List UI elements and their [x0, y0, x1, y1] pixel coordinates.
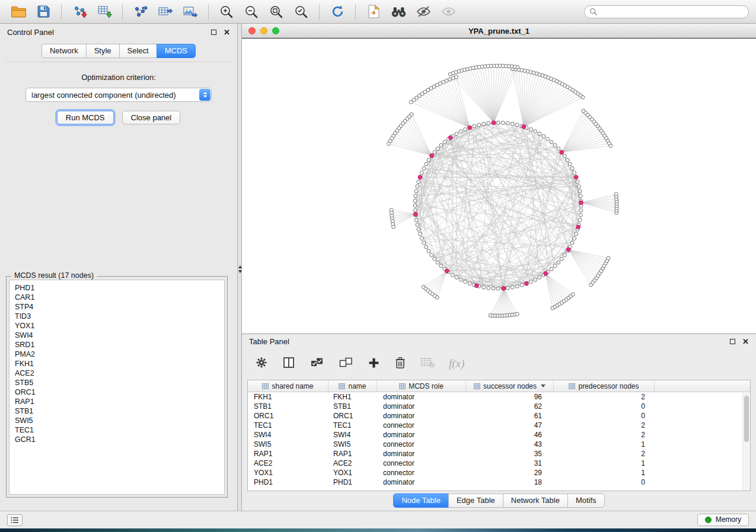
graphics-details-button[interactable]	[412, 2, 435, 21]
table-cell[interactable]: 0	[554, 402, 655, 411]
table-cell[interactable]: 43	[466, 440, 554, 449]
import-table-disabled-button[interactable]	[420, 357, 435, 371]
tab-motifs[interactable]: Motifs	[567, 493, 605, 508]
network-node[interactable]	[515, 123, 519, 127]
table-cell[interactable]: 96	[466, 392, 554, 402]
network-node[interactable]	[422, 166, 426, 170]
tab-node-table[interactable]: Node Table	[393, 493, 449, 508]
network-node[interactable]	[451, 76, 455, 80]
network-node[interactable]	[573, 171, 576, 175]
network-window-titlebar[interactable]: YPA_prune.txt_1	[242, 24, 756, 39]
table-row[interactable]: SWI5SWI5connector431	[248, 440, 750, 449]
network-node[interactable]	[560, 257, 563, 261]
table-cell[interactable]: SWI4	[248, 430, 328, 440]
network-graph[interactable]	[242, 39, 756, 334]
table-cell[interactable]: RAP1	[328, 449, 377, 459]
float-table-panel-button[interactable]	[730, 339, 735, 344]
network-node[interactable]	[451, 273, 454, 277]
share-document-button[interactable]	[362, 2, 385, 21]
table-row[interactable]: ACE2ACE2connector311	[248, 459, 750, 468]
table-cell[interactable]: ORC1	[328, 411, 377, 421]
table-row[interactable]: SWI4SWI4dominator462	[248, 430, 750, 440]
mcds-result-item[interactable]: TID3	[15, 312, 224, 321]
close-window-icon[interactable]	[248, 27, 256, 34]
mcds-result-list[interactable]: PHD1CAR1STP4TID3YOX1SWI4SRD1PMA2FKH1ACE2…	[9, 280, 225, 495]
table-cell[interactable]: SWI5	[248, 440, 328, 449]
network-node[interactable]	[492, 287, 495, 290]
network-node[interactable]	[455, 275, 458, 279]
network-node[interactable]	[607, 257, 610, 260]
table-row[interactable]: TEC1TEC1connector472	[248, 421, 750, 430]
network-node[interactable]	[546, 137, 550, 141]
search-input[interactable]	[600, 8, 744, 16]
zoom-selected-button[interactable]	[290, 2, 312, 21]
mcds-network-node[interactable]	[413, 212, 417, 216]
network-node[interactable]	[487, 286, 490, 290]
network-node[interactable]	[427, 158, 430, 162]
network-node[interactable]	[578, 190, 582, 193]
mcds-network-node[interactable]	[468, 126, 472, 130]
network-node[interactable]	[448, 72, 452, 76]
table-cell[interactable]: YOX1	[248, 468, 328, 477]
network-node[interactable]	[413, 199, 417, 203]
column-header-shared-name[interactable]: shared name	[248, 380, 328, 392]
select-all-button[interactable]	[310, 357, 324, 371]
network-node[interactable]	[582, 109, 585, 113]
save-session-button[interactable]	[32, 2, 55, 21]
table-cell[interactable]: PHD1	[328, 477, 377, 487]
network-node[interactable]	[534, 278, 537, 281]
mcds-network-node[interactable]	[576, 225, 580, 229]
table-cell[interactable]: ACE2	[328, 459, 377, 468]
network-node[interactable]	[566, 158, 569, 162]
mcds-result-item[interactable]: ACE2	[15, 368, 224, 378]
network-node[interactable]	[420, 237, 423, 241]
table-cell[interactable]: connector	[377, 468, 466, 477]
table-cell[interactable]: 35	[466, 449, 554, 459]
network-node[interactable]	[550, 140, 553, 144]
network-node[interactable]	[455, 132, 458, 136]
mcds-result-item[interactable]: RAP1	[15, 397, 224, 406]
mcds-result-item[interactable]: TEC1	[15, 425, 224, 435]
mcds-result-item[interactable]: STB1	[15, 406, 224, 416]
network-node[interactable]	[538, 275, 541, 279]
network-node[interactable]	[506, 286, 509, 290]
mcds-network-node[interactable]	[560, 150, 564, 155]
table-cell[interactable]: PHD1	[248, 477, 328, 487]
mcds-network-node[interactable]	[502, 286, 506, 290]
network-node[interactable]	[430, 254, 433, 257]
mcds-result-item[interactable]: FKH1	[15, 359, 224, 368]
zoom-in-button[interactable]	[215, 2, 238, 21]
column-header-name[interactable]: name	[328, 380, 377, 392]
network-node[interactable]	[459, 278, 462, 281]
table-cell[interactable]: FKH1	[328, 392, 377, 402]
network-node[interactable]	[570, 166, 574, 170]
network-node[interactable]	[443, 140, 446, 144]
network-node[interactable]	[576, 180, 579, 184]
network-node[interactable]	[464, 280, 467, 284]
table-cell[interactable]: connector	[377, 459, 466, 468]
mcds-result-item[interactable]: PHD1	[15, 283, 224, 293]
add-row-button[interactable]	[368, 357, 380, 371]
open-file-button[interactable]	[7, 2, 30, 21]
network-node[interactable]	[439, 264, 443, 268]
tab-style[interactable]: Style	[86, 44, 120, 58]
table-cell[interactable]: 2	[554, 430, 655, 440]
mcds-network-node[interactable]	[430, 153, 434, 158]
close-mcds-panel-button[interactable]: Close panel	[122, 111, 181, 124]
network-node[interactable]	[496, 287, 500, 290]
network-node[interactable]	[427, 249, 430, 253]
mcds-network-node[interactable]	[418, 175, 422, 180]
float-panel-button[interactable]	[211, 30, 216, 35]
mcds-result-item[interactable]: STP4	[15, 302, 224, 312]
export-image-button[interactable]	[179, 2, 202, 21]
network-node[interactable]	[482, 122, 486, 126]
table-cell[interactable]: STB1	[328, 402, 377, 411]
table-cell[interactable]: 1	[554, 468, 655, 477]
network-node[interactable]	[413, 209, 417, 212]
table-cell[interactable]: 47	[466, 421, 554, 430]
network-node[interactable]	[418, 232, 422, 236]
network-node[interactable]	[553, 143, 557, 147]
column-header-mcds-role[interactable]: MCDS role	[377, 380, 466, 392]
table-cell[interactable]: 61	[466, 411, 554, 421]
network-node[interactable]	[542, 134, 546, 138]
